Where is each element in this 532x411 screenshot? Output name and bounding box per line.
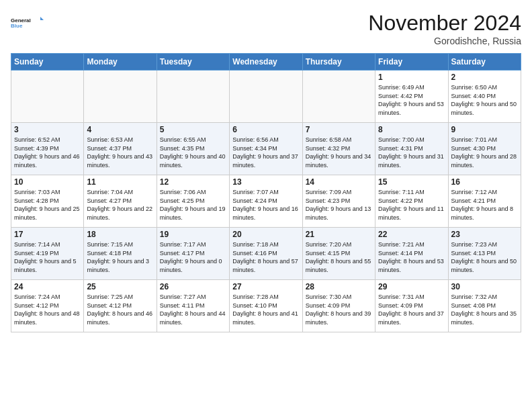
table-row	[157, 71, 229, 123]
col-sunday: Sunday	[11, 54, 84, 71]
table-row	[84, 71, 157, 123]
day-info: Sunrise: 7:25 AMSunset: 4:12 PMDaylight:…	[87, 293, 153, 326]
day-number: 15	[378, 177, 445, 187]
day-number: 24	[14, 282, 81, 291]
day-info: Sunrise: 6:56 AMSunset: 4:34 PMDaylight:…	[232, 136, 299, 169]
logo-svg: General Blue	[11, 11, 44, 35]
day-number: 8	[378, 125, 445, 134]
day-number: 11	[87, 177, 153, 187]
table-row: 1Sunrise: 6:49 AMSunset: 4:42 PMDaylight…	[375, 71, 448, 123]
table-row: 7Sunrise: 6:58 AMSunset: 4:32 PMDaylight…	[302, 123, 375, 175]
day-number: 3	[14, 125, 81, 134]
header: General Blue November 2024 Gorodishche, …	[11, 11, 521, 46]
table-row: 14Sunrise: 7:09 AMSunset: 4:23 PMDayligh…	[302, 175, 375, 228]
col-tuesday: Tuesday	[157, 54, 229, 71]
day-info: Sunrise: 7:24 AMSunset: 4:12 PMDaylight:…	[14, 293, 81, 326]
table-row: 2Sunrise: 6:50 AMSunset: 4:40 PMDaylight…	[448, 71, 521, 123]
col-thursday: Thursday	[302, 54, 375, 71]
day-info: Sunrise: 7:17 AMSunset: 4:17 PMDaylight:…	[160, 240, 226, 274]
day-info: Sunrise: 7:15 AMSunset: 4:18 PMDaylight:…	[87, 240, 153, 274]
day-info: Sunrise: 7:03 AMSunset: 4:28 PMDaylight:…	[14, 188, 81, 222]
day-number: 22	[378, 230, 445, 239]
day-info: Sunrise: 7:14 AMSunset: 4:19 PMDaylight:…	[14, 240, 81, 274]
table-row: 15Sunrise: 7:11 AMSunset: 4:22 PMDayligh…	[375, 175, 448, 228]
day-info: Sunrise: 6:52 AMSunset: 4:39 PMDaylight:…	[14, 136, 81, 169]
title-block: November 2024 Gorodishche, Russia	[368, 11, 521, 46]
table-row: 29Sunrise: 7:31 AMSunset: 4:09 PMDayligh…	[375, 280, 448, 332]
logo: General Blue	[11, 11, 44, 35]
table-row	[230, 71, 302, 123]
day-number: 12	[160, 177, 226, 187]
day-number: 20	[232, 230, 299, 239]
day-info: Sunrise: 6:49 AMSunset: 4:42 PMDaylight:…	[378, 83, 445, 117]
day-info: Sunrise: 7:28 AMSunset: 4:10 PMDaylight:…	[232, 293, 299, 326]
table-row: 25Sunrise: 7:25 AMSunset: 4:12 PMDayligh…	[84, 280, 157, 332]
day-info: Sunrise: 7:06 AMSunset: 4:25 PMDaylight:…	[160, 188, 226, 222]
table-row: 16Sunrise: 7:12 AMSunset: 4:21 PMDayligh…	[448, 175, 521, 228]
col-friday: Friday	[375, 54, 448, 71]
day-info: Sunrise: 7:20 AMSunset: 4:15 PMDaylight:…	[306, 240, 372, 274]
table-row: 19Sunrise: 7:17 AMSunset: 4:17 PMDayligh…	[157, 228, 229, 280]
day-info: Sunrise: 7:04 AMSunset: 4:27 PMDaylight:…	[87, 188, 153, 222]
day-info: Sunrise: 7:18 AMSunset: 4:16 PMDaylight:…	[232, 240, 299, 274]
day-info: Sunrise: 6:50 AMSunset: 4:40 PMDaylight:…	[451, 83, 518, 117]
table-row: 30Sunrise: 7:32 AMSunset: 4:08 PMDayligh…	[448, 280, 521, 332]
location: Gorodishche, Russia	[368, 36, 521, 46]
day-info: Sunrise: 6:53 AMSunset: 4:37 PMDaylight:…	[87, 136, 153, 169]
day-info: Sunrise: 7:09 AMSunset: 4:23 PMDaylight:…	[306, 188, 372, 222]
day-number: 10	[14, 177, 81, 187]
day-info: Sunrise: 7:23 AMSunset: 4:13 PMDaylight:…	[451, 240, 518, 274]
month-title: November 2024	[368, 11, 521, 36]
day-info: Sunrise: 7:32 AMSunset: 4:08 PMDaylight:…	[451, 293, 518, 326]
day-number: 6	[232, 125, 299, 134]
table-row: 28Sunrise: 7:30 AMSunset: 4:09 PMDayligh…	[302, 280, 375, 332]
table-row	[302, 71, 375, 123]
day-info: Sunrise: 7:07 AMSunset: 4:24 PMDaylight:…	[232, 188, 299, 222]
day-number: 1	[378, 73, 445, 82]
day-number: 21	[306, 230, 372, 239]
day-number: 5	[160, 125, 226, 134]
day-number: 27	[232, 282, 299, 291]
calendar-week-row: 3Sunrise: 6:52 AMSunset: 4:39 PMDaylight…	[11, 123, 521, 175]
day-number: 30	[451, 282, 518, 291]
table-row: 17Sunrise: 7:14 AMSunset: 4:19 PMDayligh…	[11, 228, 84, 280]
day-number: 29	[378, 282, 445, 291]
day-number: 2	[451, 73, 518, 82]
table-row: 26Sunrise: 7:27 AMSunset: 4:11 PMDayligh…	[157, 280, 229, 332]
day-number: 16	[451, 177, 518, 187]
day-number: 4	[87, 125, 153, 134]
col-wednesday: Wednesday	[230, 54, 302, 71]
calendar-table: Sunday Monday Tuesday Wednesday Thursday…	[11, 53, 521, 332]
table-row: 9Sunrise: 7:01 AMSunset: 4:30 PMDaylight…	[448, 123, 521, 175]
col-monday: Monday	[84, 54, 157, 71]
table-row: 8Sunrise: 7:00 AMSunset: 4:31 PMDaylight…	[375, 123, 448, 175]
day-info: Sunrise: 7:12 AMSunset: 4:21 PMDaylight:…	[451, 188, 518, 222]
day-info: Sunrise: 7:27 AMSunset: 4:11 PMDaylight:…	[160, 293, 226, 326]
day-number: 28	[306, 282, 372, 291]
table-row	[11, 71, 84, 123]
day-number: 14	[306, 177, 372, 187]
day-number: 23	[451, 230, 518, 239]
day-number: 18	[87, 230, 153, 239]
table-row: 20Sunrise: 7:18 AMSunset: 4:16 PMDayligh…	[230, 228, 302, 280]
table-row: 5Sunrise: 6:55 AMSunset: 4:35 PMDaylight…	[157, 123, 229, 175]
table-row: 6Sunrise: 6:56 AMSunset: 4:34 PMDaylight…	[230, 123, 302, 175]
table-row: 13Sunrise: 7:07 AMSunset: 4:24 PMDayligh…	[230, 175, 302, 228]
table-row: 4Sunrise: 6:53 AMSunset: 4:37 PMDaylight…	[84, 123, 157, 175]
day-info: Sunrise: 6:58 AMSunset: 4:32 PMDaylight:…	[306, 136, 372, 169]
table-row: 3Sunrise: 6:52 AMSunset: 4:39 PMDaylight…	[11, 123, 84, 175]
day-info: Sunrise: 7:31 AMSunset: 4:09 PMDaylight:…	[378, 293, 445, 326]
day-info: Sunrise: 7:21 AMSunset: 4:14 PMDaylight:…	[378, 240, 445, 274]
calendar-week-row: 24Sunrise: 7:24 AMSunset: 4:12 PMDayligh…	[11, 280, 521, 332]
table-row: 24Sunrise: 7:24 AMSunset: 4:12 PMDayligh…	[11, 280, 84, 332]
day-info: Sunrise: 7:00 AMSunset: 4:31 PMDaylight:…	[378, 136, 445, 169]
table-row: 27Sunrise: 7:28 AMSunset: 4:10 PMDayligh…	[230, 280, 302, 332]
table-row: 18Sunrise: 7:15 AMSunset: 4:18 PMDayligh…	[84, 228, 157, 280]
svg-text:Blue: Blue	[11, 23, 23, 29]
col-saturday: Saturday	[448, 54, 521, 71]
day-number: 9	[451, 125, 518, 134]
svg-marker-2	[40, 17, 44, 20]
day-number: 19	[160, 230, 226, 239]
day-number: 17	[14, 230, 81, 239]
day-number: 26	[160, 282, 226, 291]
